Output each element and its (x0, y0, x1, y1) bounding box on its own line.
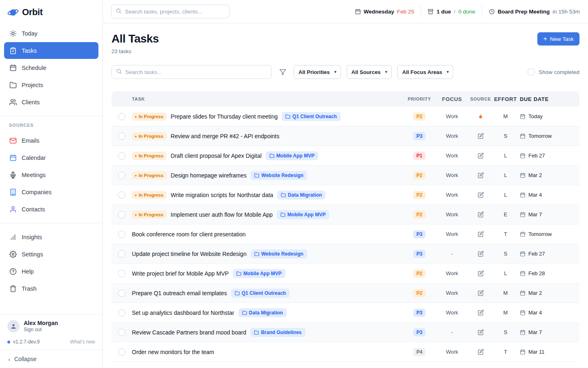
task-checkbox[interactable] (118, 152, 125, 159)
table-row[interactable]: ▸In ProgressReview and merge PR #42 - AP… (111, 126, 579, 146)
priority-filter-select[interactable]: All Priorities ▼ (294, 65, 341, 79)
sidebar-item-insights[interactable]: Insights (4, 229, 98, 245)
sidebar-item-trash[interactable]: Trash (4, 280, 98, 297)
project-chip[interactable]: Q1 Client Outreach (282, 112, 341, 121)
table-row[interactable]: Set up analytics dashboard for Northstar… (111, 303, 579, 323)
folder-icon (236, 271, 241, 276)
global-search-input[interactable] (125, 9, 225, 15)
task-title[interactable]: Set up analytics dashboard for Northstar (132, 310, 234, 316)
task-title[interactable]: Prepare slides for Thursday client meeti… (171, 113, 278, 120)
meeting-countdown: in 15h 53m (552, 9, 580, 15)
global-search[interactable] (111, 4, 229, 18)
task-title[interactable]: Write migration scripts for Northstar da… (171, 192, 273, 198)
filter-funnel-icon[interactable] (277, 67, 288, 77)
sidebar-item-calendar[interactable]: Calendar (4, 149, 98, 166)
source-filter-select[interactable]: All Sources ▼ (347, 65, 392, 79)
task-checkbox[interactable] (118, 211, 125, 218)
task-checkbox[interactable] (118, 231, 125, 238)
focus-filter-select[interactable]: All Focus Areas ▼ (397, 65, 453, 79)
table-row[interactable]: ▸In ProgressDraft client proposal for Ap… (111, 146, 579, 166)
task-checkbox[interactable] (118, 250, 125, 258)
task-checkbox[interactable] (118, 113, 125, 120)
project-chip[interactable]: Q1 Client Outreach (231, 289, 290, 298)
table-row[interactable]: Review Cascade Partners brand mood board… (111, 323, 579, 342)
task-checkbox[interactable] (118, 270, 125, 277)
project-chip[interactable]: Mobile App MVP (277, 210, 330, 219)
sidebar-item-projects[interactable]: Projects (4, 76, 98, 93)
task-checkbox[interactable] (118, 191, 125, 199)
table-row[interactable]: ▸In ProgressPrepare slides for Thursday … (111, 107, 579, 126)
task-title[interactable]: Review Cascade Partners brand mood board (132, 329, 246, 336)
task-title[interactable]: Update project timeline for Website Rede… (132, 251, 247, 257)
project-chip[interactable]: Website Redesign (251, 171, 307, 180)
calendar-icon (520, 133, 526, 139)
task-title[interactable]: Design homepage wireframes (171, 172, 247, 179)
new-task-button[interactable]: + New Task (537, 32, 579, 45)
project-chip[interactable]: Website Redesign (251, 249, 307, 258)
status-badge: ▸In Progress (132, 191, 167, 199)
task-checkbox[interactable] (118, 289, 125, 297)
sidebar-item-settings[interactable]: Settings (4, 246, 98, 263)
calendar-icon (520, 310, 526, 316)
sidebar-item-meetings[interactable]: Meetings (4, 166, 98, 183)
folder-icon (254, 330, 259, 335)
bar-chart-icon (9, 233, 17, 241)
sidebar-item-companies[interactable]: Companies (4, 184, 98, 200)
sidebar-item-label: Calendar (22, 155, 46, 161)
status-badge: ▸In Progress (132, 112, 167, 121)
collapse-button[interactable]: ‹ Collapse (0, 350, 102, 368)
table-row[interactable]: Book conference room for client presenta… (111, 224, 579, 244)
sidebar-item-clients[interactable]: Clients (4, 94, 98, 110)
orbit-planet-icon (7, 7, 19, 18)
task-title[interactable]: Write project brief for Mobile App MVP (132, 270, 229, 277)
table-row[interactable]: Write project brief for Mobile App MVPMo… (111, 264, 579, 283)
priority-badge: P2 (413, 211, 426, 219)
focus-value: Work (436, 290, 468, 296)
topbar: Wednesday Feb 25 1 due / 0 done Board Pr… (103, 0, 588, 23)
show-completed-toggle[interactable]: Show completed (528, 68, 579, 76)
app-logo[interactable]: Orbit (0, 0, 102, 23)
sidebar-item-contacts[interactable]: Contacts (4, 201, 98, 218)
task-checkbox[interactable] (118, 172, 125, 179)
avatar[interactable] (7, 320, 20, 332)
priority-badge: P3 (413, 132, 426, 140)
sign-out-link[interactable]: Sign out (24, 327, 58, 332)
table-row[interactable]: Order new monitors for the teamP4WorkTMa… (111, 342, 579, 362)
calendar-icon (520, 349, 526, 355)
table-row[interactable]: ▸In ProgressWrite migration scripts for … (111, 185, 579, 205)
edit-icon (478, 153, 484, 159)
project-chip[interactable]: Brand Guidelines (250, 328, 305, 337)
task-checkbox[interactable] (118, 348, 125, 356)
project-chip[interactable]: Data Migration (238, 308, 287, 317)
sidebar-item-emails[interactable]: Emails (4, 132, 98, 149)
col-header-task: TASK (132, 96, 403, 101)
project-chip[interactable]: Mobile App MVP (233, 269, 285, 278)
table-row[interactable]: Update project timeline for Website Rede… (111, 244, 579, 264)
table-row[interactable]: Prepare Q1 outreach email templatesQ1 Cl… (111, 283, 579, 303)
task-checkbox[interactable] (118, 329, 125, 336)
sidebar-item-help[interactable]: Help (4, 263, 98, 280)
task-search-input[interactable] (125, 69, 267, 75)
task-checkbox[interactable] (118, 309, 125, 316)
project-chip[interactable]: Data Migration (277, 191, 325, 200)
task-title[interactable]: Book conference room for client presenta… (132, 231, 246, 238)
sidebar-item-today[interactable]: Today (4, 25, 98, 42)
sidebar-item-schedule[interactable]: Schedule (4, 59, 98, 76)
task-search[interactable] (111, 65, 272, 79)
source-filter-value: All Sources (352, 69, 381, 75)
whats-new-link[interactable]: What's new (70, 339, 95, 345)
task-title[interactable]: Draft client proposal for Apex Digital (171, 153, 262, 159)
table-row[interactable]: ▸In ProgressDesign homepage wireframesWe… (111, 166, 579, 185)
table-row[interactable]: ▸In ProgressImplement user auth flow for… (111, 205, 579, 224)
task-title[interactable]: Review and merge PR #42 - API endpoints (171, 133, 279, 139)
task-checkbox[interactable] (118, 132, 125, 140)
effort-value: L (493, 172, 518, 178)
task-title[interactable]: Implement user auth flow for Mobile App (171, 211, 273, 218)
task-title[interactable]: Prepare Q1 outreach email templates (132, 290, 227, 296)
due-date: Mar 4 (518, 192, 579, 198)
project-chip[interactable]: Mobile App MVP (266, 151, 318, 160)
sidebar-item-tasks[interactable]: Tasks (4, 42, 98, 59)
task-title[interactable]: Order new monitors for the team (132, 349, 214, 355)
effort-value: T (493, 349, 518, 355)
microphone-icon (9, 171, 17, 179)
